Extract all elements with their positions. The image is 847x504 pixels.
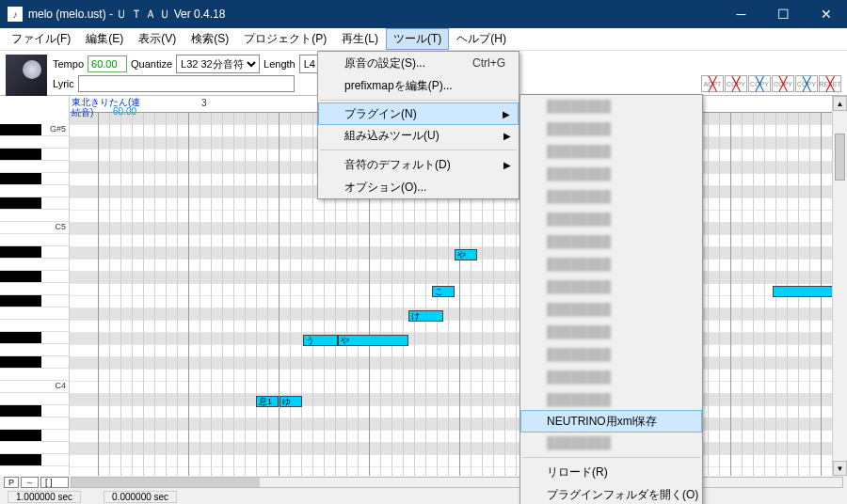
mini-copy-button[interactable]: COPY╳: [795, 75, 818, 92]
plugin-item[interactable]: ████████: [520, 208, 702, 230]
key-label-c4: C4: [55, 381, 66, 390]
lyric-input[interactable]: [78, 75, 295, 92]
mini-reset-button[interactable]: RESET╳: [819, 75, 841, 92]
tempo-label: Tempo: [53, 58, 84, 70]
plugin-item[interactable]: ████████: [520, 432, 702, 454]
mini-acpt-button[interactable]: ACPT╳: [701, 75, 724, 92]
plugin-item[interactable]: ████████: [520, 95, 702, 118]
note[interactable]: 越: [773, 286, 832, 297]
length-label: Length: [264, 58, 296, 70]
note[interactable]: や: [338, 335, 408, 346]
plugin-item[interactable]: ████████: [520, 163, 702, 185]
menu-file[interactable]: ファイル(F): [4, 28, 78, 50]
mini-copy-button[interactable]: COPY╳: [772, 75, 794, 92]
tools-menu: 原音の設定(S)...Ctrl+G prefixmapを編集(P)... プラグ…: [317, 51, 519, 199]
menubar: ファイル(F) 編集(E) 表示(V) 検索(S) プロジェクト(P) 再生(L…: [0, 28, 847, 51]
plugin-item[interactable]: ████████: [520, 388, 702, 411]
keyboard-column[interactable]: G#5 C5 C4: [0, 96, 70, 476]
menu-item-voicebank-settings[interactable]: 原音の設定(S)...Ctrl+G: [318, 52, 519, 74]
plugin-item-neutrino[interactable]: NEUTRINO用xml保存: [520, 410, 702, 433]
menu-item-note-default[interactable]: 音符のデフォルト(D)▶: [318, 153, 519, 176]
plugin-item[interactable]: ████████: [520, 230, 702, 253]
note[interactable]: う: [303, 335, 338, 346]
horizontal-scrollbar[interactable]: [71, 477, 843, 488]
plugin-item[interactable]: ████████: [520, 253, 702, 276]
plugins-submenu: ████████████████████████████████████████…: [519, 94, 703, 504]
menu-help[interactable]: ヘルプ(H): [449, 28, 514, 50]
plugin-item[interactable]: ████████: [520, 140, 702, 163]
note[interactable]: こ: [432, 286, 455, 297]
menu-project[interactable]: プロジェクト(P): [236, 28, 334, 50]
tempo-input[interactable]: [88, 55, 127, 72]
scroll-thumb[interactable]: [835, 134, 845, 181]
key-label-c5: C5: [55, 222, 66, 231]
menu-tools[interactable]: ツール(T): [386, 28, 449, 50]
status-time-1: 1.000000 sec: [8, 491, 81, 503]
plugin-item[interactable]: ████████: [520, 276, 702, 298]
scroll-down-button[interactable]: ▼: [833, 461, 847, 476]
quantize-label: Quantize: [131, 58, 172, 70]
menu-play[interactable]: 再生(L): [334, 28, 386, 50]
plugin-reload[interactable]: リロード(R): [520, 461, 702, 483]
menu-item-builtin-tools[interactable]: 組み込みツール(U)▶: [318, 124, 519, 147]
menu-view[interactable]: 表示(V): [131, 28, 184, 50]
menu-edit[interactable]: 編集(E): [78, 28, 131, 50]
note[interactable]: や: [455, 249, 477, 260]
window-title: melo (melo.ust) - Ｕ Ｔ Ａ Ｕ Ver 0.4.18: [28, 7, 720, 23]
vertical-scrollbar[interactable]: ▲ ▼: [832, 96, 847, 476]
status-p-button[interactable]: P: [4, 477, 19, 488]
menu-search[interactable]: 検索(S): [184, 28, 236, 50]
minimize-button[interactable]: ─: [720, 0, 762, 28]
mini-copy-button[interactable]: COPY╳: [725, 75, 747, 92]
status-tilde-button[interactable]: ～: [21, 477, 39, 488]
note[interactable]: 息1: [256, 396, 279, 407]
status-time-2: 0.000000 sec: [104, 491, 177, 503]
app-icon: ♪: [8, 7, 23, 22]
plugin-item[interactable]: ████████: [520, 298, 702, 321]
hscroll-thumb[interactable]: [72, 478, 260, 487]
status-bracket-button[interactable]: [ ]: [40, 477, 69, 488]
voicebank-avatar[interactable]: [6, 55, 47, 96]
key-label-gs5: G#5: [50, 124, 66, 134]
scroll-up-button[interactable]: ▲: [833, 96, 847, 111]
plugin-item[interactable]: ████████: [520, 185, 702, 208]
menu-item-edit-prefixmap[interactable]: prefixmapを編集(P)...: [318, 74, 519, 97]
statusbar: P ～ [ ] 1.000000 sec 0.000000 sec: [0, 476, 847, 504]
mini-copy-button[interactable]: COPY╳: [748, 75, 771, 92]
plugin-item[interactable]: ████████: [520, 366, 702, 388]
menu-item-plugins[interactable]: プラグイン(N)▶: [318, 102, 519, 125]
quantize-select[interactable]: L32 32分音符: [176, 55, 260, 73]
note[interactable]: ゆ: [280, 396, 302, 407]
plugin-open-folder[interactable]: プラグインフォルダを開く(O): [520, 483, 702, 504]
maximize-button[interactable]: ☐: [762, 0, 805, 28]
menu-item-options[interactable]: オプション(O)...: [318, 176, 519, 198]
plugin-item[interactable]: ████████: [520, 118, 702, 140]
close-button[interactable]: ✕: [805, 0, 847, 28]
note[interactable]: け: [408, 310, 443, 322]
plugin-item[interactable]: ████████: [520, 343, 702, 366]
plugin-item[interactable]: ████████: [520, 321, 702, 343]
lyric-label: Lyric: [53, 78, 74, 89]
